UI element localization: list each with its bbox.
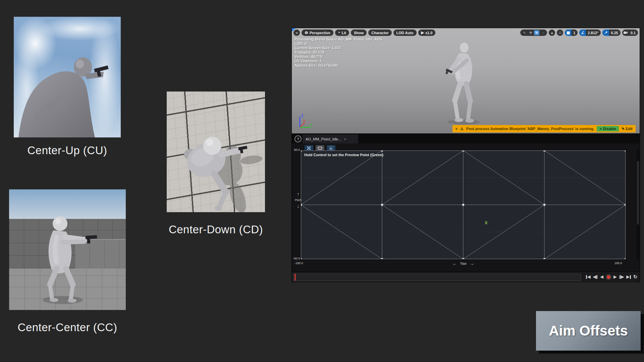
- playback-speed-button[interactable]: ▶ x1.0: [418, 29, 436, 36]
- stats-triangles: Triangles: 92,178: [294, 50, 382, 55]
- coordinate-space-button[interactable]: ▲: [549, 29, 555, 36]
- pose-label-center-down: Center-Down (CD): [153, 223, 278, 236]
- pitch-max-label: 90.0: [292, 148, 300, 152]
- scale-tool-icon[interactable]: ↔: [539, 29, 546, 37]
- surface-snap-button[interactable]: ∴: [557, 29, 563, 36]
- angle-snap-icon: ∠: [579, 29, 586, 36]
- pitch-up-arrow-icon[interactable]: ↑: [294, 190, 303, 198]
- grid-snap-control[interactable]: ▦ 1: [565, 29, 578, 36]
- tab-ao-mm-pistol-idle[interactable]: AO_MM_Pistol_Idle... ×: [303, 134, 358, 143]
- lod-auto-button[interactable]: LOD Auto: [393, 29, 417, 36]
- blend-sample[interactable]: [462, 150, 465, 152]
- tab-close-icon[interactable]: ×: [344, 137, 346, 141]
- yaw-max-label: 180.0: [614, 261, 628, 265]
- preview-viewport[interactable]: ≡ Perspective ◐ Lit Show Character LOD A…: [292, 28, 640, 133]
- play-reverse-button[interactable]: ◀: [599, 274, 604, 280]
- loop-button[interactable]: ↻: [633, 274, 638, 280]
- stats-vertices: Vertices: 48,779: [294, 55, 382, 59]
- tab-label: AO_MM_Pistol_Idle...: [306, 137, 341, 141]
- edit-pencil-icon: ✎: [622, 127, 625, 131]
- tri-right-icon: ▶: [621, 274, 624, 280]
- blend-sample[interactable]: [625, 204, 626, 206]
- graph-scrollbar[interactable]: [637, 149, 639, 260]
- blendspace-grid: [301, 150, 626, 259]
- fit-view-button[interactable]: [305, 145, 313, 151]
- blend-sample[interactable]: [462, 258, 465, 259]
- blend-sample[interactable]: [301, 258, 302, 259]
- menu-icon: ≡: [296, 31, 298, 35]
- yaw-right-arrow-icon[interactable]: →: [470, 261, 474, 266]
- blend-sample[interactable]: [625, 258, 626, 259]
- move-tool-icon[interactable]: ✚: [528, 30, 533, 35]
- select-tool-icon[interactable]: ↖: [522, 30, 527, 35]
- help-button[interactable]: ?: [294, 135, 302, 142]
- perspective-button[interactable]: Perspective: [302, 29, 333, 36]
- jump-to-end-button[interactable]: ▶: [626, 274, 631, 280]
- scale-snap-control[interactable]: ↗ 0.25: [602, 29, 620, 36]
- viewport-stats: Previewing Blend Space AO_MM_Pistol_Idle…: [294, 37, 382, 68]
- pitch-axis-control: ↑ Pitch ↓: [294, 190, 303, 210]
- warning-icon: ⚠: [460, 127, 464, 131]
- warning-close-icon[interactable]: ×: [455, 127, 458, 131]
- asset-tab-bar: ? AO_MM_Pistol_Idle... ×: [292, 133, 640, 143]
- axes-gizmo: Z X Y: [297, 113, 313, 129]
- stats-approx-size: Approx Size: 111x76x182: [294, 63, 382, 68]
- blend-sample[interactable]: [462, 204, 465, 206]
- stats-uv-channels: UV Channels: 1: [294, 59, 382, 63]
- lit-sphere-icon: ◐: [337, 31, 341, 35]
- blend-sample[interactable]: [543, 204, 546, 206]
- viewport-menu-button[interactable]: ≡: [293, 29, 300, 36]
- unreal-editor-panel: ≡ Perspective ◐ Lit Show Character LOD A…: [292, 28, 640, 282]
- stats-screen-size: Current Screen Size: 1.022: [294, 46, 382, 50]
- timeline-track[interactable]: [293, 274, 581, 281]
- cube-icon: [305, 31, 308, 35]
- show-button[interactable]: Show: [351, 29, 367, 36]
- pitch-min-label: -90.0: [292, 257, 300, 260]
- help-icon: ?: [297, 137, 299, 141]
- disable-button[interactable]: × Disable: [597, 126, 619, 131]
- preview-point-marker[interactable]: X: [485, 220, 488, 225]
- aim-offsets-title-banner: Aim Offsets: [536, 311, 641, 351]
- tri-right-icon: ▶: [613, 274, 617, 280]
- jump-to-start-button[interactable]: ◀: [586, 274, 591, 280]
- graph-scrollbar-thumb[interactable]: [637, 161, 639, 225]
- gizmo-z-label: Z: [301, 114, 303, 118]
- pitch-down-arrow-icon[interactable]: ↓: [294, 202, 303, 210]
- record-button[interactable]: [606, 274, 611, 280]
- blend-sample[interactable]: [625, 150, 626, 152]
- mannequin-aim-forward-figure: [9, 189, 126, 310]
- blend-sample[interactable]: [381, 150, 383, 152]
- blendspace-toolbar: [305, 145, 335, 151]
- character-button[interactable]: Character: [368, 29, 391, 36]
- blend-sample[interactable]: [543, 150, 546, 152]
- select-samples-button[interactable]: [327, 145, 335, 151]
- scale-snap-icon: ↗: [602, 29, 609, 36]
- blendspace-graph[interactable]: Hold Control to set the Preview Point (G…: [301, 150, 626, 259]
- blend-sample[interactable]: [381, 204, 383, 206]
- play-forward-button[interactable]: ▶: [612, 274, 618, 280]
- camera-speed-control[interactable]: 0.1: [622, 29, 638, 36]
- show-labels-button[interactable]: [316, 145, 324, 151]
- blend-sample[interactable]: [543, 258, 546, 259]
- edit-button[interactable]: ✎ Edit: [622, 127, 633, 131]
- camera-icon: [622, 29, 629, 36]
- tri-left-icon: ◀: [600, 274, 603, 280]
- snap-align-icon: ∴: [559, 31, 561, 35]
- step-back-button[interactable]: ◀: [592, 274, 598, 280]
- disable-x-icon: ×: [599, 127, 601, 131]
- yaw-left-arrow-icon[interactable]: ←: [452, 261, 457, 266]
- stats-previewing: Previewing Blend Space AO_MM_Pistol_Idle…: [294, 37, 382, 42]
- timeline-playhead[interactable]: [294, 274, 296, 281]
- rotation-snap-control[interactable]: ∠ 2.812°: [579, 29, 601, 36]
- pivot-icon: ▲: [550, 31, 553, 35]
- pose-image-center-up: [14, 17, 121, 137]
- record-icon: [606, 275, 611, 280]
- step-forward-button[interactable]: ▶: [619, 274, 625, 280]
- mannequin-aim-up-figure: [14, 17, 121, 137]
- lit-mode-button[interactable]: ◐ Lit: [335, 29, 349, 36]
- blend-sample[interactable]: [301, 150, 302, 152]
- aim-offsets-title: Aim Offsets: [549, 323, 628, 339]
- blend-sample[interactable]: [381, 258, 383, 259]
- label-icon: [318, 146, 322, 150]
- tri-right-icon: ▶: [626, 274, 630, 280]
